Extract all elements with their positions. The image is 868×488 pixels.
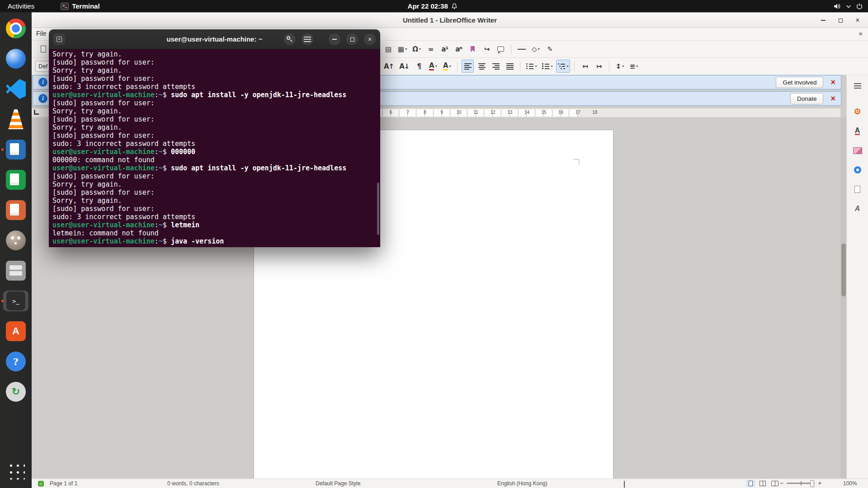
terminal-body[interactable]: Sorry, try again.[sudo] password for use… xyxy=(49,49,380,247)
insert-cross-reference-button[interactable]: ↪ xyxy=(481,42,493,56)
menu-file[interactable]: File xyxy=(32,28,51,39)
desktop: Activities >_ Terminal Apr 22 02:38 xyxy=(0,0,868,488)
page-deck-button[interactable] xyxy=(850,182,865,197)
ordered-list-button[interactable]: ▾ xyxy=(540,60,554,73)
paragraph-spacing-button[interactable]: ≡▾ xyxy=(627,60,640,73)
zoom-slider[interactable] xyxy=(787,483,815,484)
language-status[interactable]: English (Hong Kong) xyxy=(497,480,547,487)
font-color-button[interactable]: A▾ xyxy=(427,60,439,73)
align-left-button[interactable] xyxy=(462,60,474,73)
new-tab-button[interactable]: + xyxy=(53,33,65,45)
gallery-deck-button[interactable] xyxy=(850,143,865,158)
insert-comment-button[interactable] xyxy=(495,42,507,56)
terminal-titlebar[interactable]: + user@user-virtual-machine: ~ × xyxy=(49,29,380,49)
word-count-status[interactable]: 0 words, 0 characters xyxy=(167,480,219,487)
dock-item-calc[interactable] xyxy=(3,169,28,190)
dock-item-files[interactable] xyxy=(3,260,28,281)
page-count-status[interactable]: Page 1 of 1 xyxy=(50,480,77,487)
properties-deck-button[interactable]: ⚙ xyxy=(850,104,865,119)
show-draw-functions-button[interactable]: ✎ xyxy=(543,42,556,56)
infobar-close-icon[interactable]: × xyxy=(830,94,835,103)
highlighting-color-button[interactable]: A▾ xyxy=(441,60,453,73)
terminal-menu-button[interactable] xyxy=(302,33,313,45)
dock-item-software[interactable]: A xyxy=(3,321,28,342)
insert-page-break-button[interactable]: ▤ xyxy=(382,42,394,56)
dock-item-terminal[interactable]: >_ xyxy=(3,291,28,311)
book-view-button[interactable] xyxy=(770,480,779,487)
activities-button[interactable]: Activities xyxy=(8,2,34,10)
align-center-button[interactable] xyxy=(476,60,488,73)
dock-item-vlc[interactable] xyxy=(3,109,28,130)
zoom-percentage[interactable]: 100% xyxy=(843,480,857,487)
clock-menu[interactable]: Apr 22 02:38 xyxy=(408,2,458,10)
insert-endnote-button[interactable]: aⁿ xyxy=(453,42,465,56)
focused-app-indicator[interactable]: >_ Terminal xyxy=(61,2,99,10)
line-spacing-button[interactable]: ↕▾ xyxy=(613,60,626,73)
scrollbar-thumb[interactable] xyxy=(841,244,846,296)
terminal-search-button[interactable] xyxy=(284,33,296,45)
single-page-view-button[interactable] xyxy=(746,480,755,487)
status-tip-button[interactable]: ✓ xyxy=(38,481,44,487)
basic-shapes-button[interactable]: ◇▾ xyxy=(529,42,542,56)
decrease-font-size-button[interactable]: A↓ xyxy=(397,60,411,73)
close-document-button[interactable]: × xyxy=(859,30,863,38)
sidebar-settings-button[interactable] xyxy=(850,79,865,93)
toolbar-row2-group: A↑A↓¶A▾A▾▾▾▾↤↦↕▾≡▾ xyxy=(382,60,640,73)
styles-deck-button[interactable]: A xyxy=(850,124,865,138)
increase-font-size-button[interactable]: A↑ xyxy=(382,60,396,73)
terminal-output-line: Sorry, try again. xyxy=(52,123,380,131)
writer-maximize-button[interactable] xyxy=(835,14,846,26)
tab-stop-selector[interactable] xyxy=(34,110,39,115)
dock-item-impress[interactable] xyxy=(3,200,28,221)
dock-item-chrome[interactable] xyxy=(3,18,28,39)
terminal-scrollbar-thumb[interactable] xyxy=(377,183,379,235)
ruler-number: 11 xyxy=(473,110,478,115)
dock-item-show-apps[interactable] xyxy=(3,460,28,481)
new-document-button[interactable] xyxy=(37,42,49,56)
terminal-output-line: [sudo] password for user: xyxy=(52,58,380,66)
insert-horizontal-line-button[interactable] xyxy=(515,42,528,56)
infobar-close-icon[interactable]: × xyxy=(830,78,835,86)
dock-item-help[interactable]: ? xyxy=(3,351,28,372)
outline-list-icon xyxy=(558,63,565,70)
justify-button[interactable] xyxy=(504,60,516,73)
increase-indent-button[interactable]: ↦ xyxy=(593,60,605,73)
dock-item-gimp[interactable] xyxy=(3,230,28,251)
selection-mode-button[interactable] xyxy=(624,481,625,488)
terminal-maximize-button[interactable] xyxy=(346,33,358,45)
unordered-list-button[interactable]: ▾ xyxy=(524,60,538,73)
zoom-control: − + xyxy=(780,480,821,486)
vertical-scrollbar[interactable] xyxy=(840,117,846,479)
insert-special-character-button[interactable]: Ω▾ xyxy=(410,42,423,56)
zoom-in-button[interactable]: + xyxy=(818,480,821,486)
donate-button[interactable]: Donate xyxy=(790,93,824,104)
decrease-indent-button[interactable]: ↤ xyxy=(579,60,591,73)
formatting-marks-button[interactable]: ¶ xyxy=(413,60,425,73)
get-involved-button[interactable]: Get involved xyxy=(776,77,823,88)
dock-item-updater[interactable]: ↻ xyxy=(3,381,28,402)
writer-minimize-button[interactable] xyxy=(817,14,829,26)
insert-page-break-icon: ▤ xyxy=(385,45,391,53)
align-right-button[interactable] xyxy=(490,60,502,73)
dock-item-blue-globe[interactable] xyxy=(3,48,28,69)
page-style-status[interactable]: Default Page Style xyxy=(316,480,360,487)
insert-footnote-button[interactable]: a¹ xyxy=(439,42,451,56)
insert-bookmark-button[interactable] xyxy=(467,42,479,56)
dropdown-arrow-icon: ▾ xyxy=(435,64,437,68)
terminal-minimize-button[interactable] xyxy=(329,33,340,45)
dock-item-vscode[interactable] xyxy=(3,79,28,99)
system-status-area[interactable] xyxy=(834,3,863,9)
insert-table-button[interactable]: ▦▾ xyxy=(396,42,409,56)
writer-titlebar[interactable]: Untitled 1 - LibreOffice Writer × xyxy=(32,13,868,28)
writer-close-button[interactable]: × xyxy=(852,14,863,26)
outline-list-button[interactable]: ▾ xyxy=(556,60,570,73)
dock-item-writer[interactable] xyxy=(3,139,28,160)
calc-icon xyxy=(6,170,26,190)
zoom-out-button[interactable]: − xyxy=(780,480,783,486)
terminal-close-button[interactable]: × xyxy=(364,33,376,45)
style-inspector-deck-button[interactable]: A xyxy=(850,202,865,216)
navigator-deck-button[interactable] xyxy=(850,163,865,177)
multi-page-view-button[interactable] xyxy=(758,480,767,487)
insert-endnote-icon: aⁿ xyxy=(455,45,462,53)
insert-hyperlink-button[interactable]: ∞ xyxy=(425,42,437,56)
